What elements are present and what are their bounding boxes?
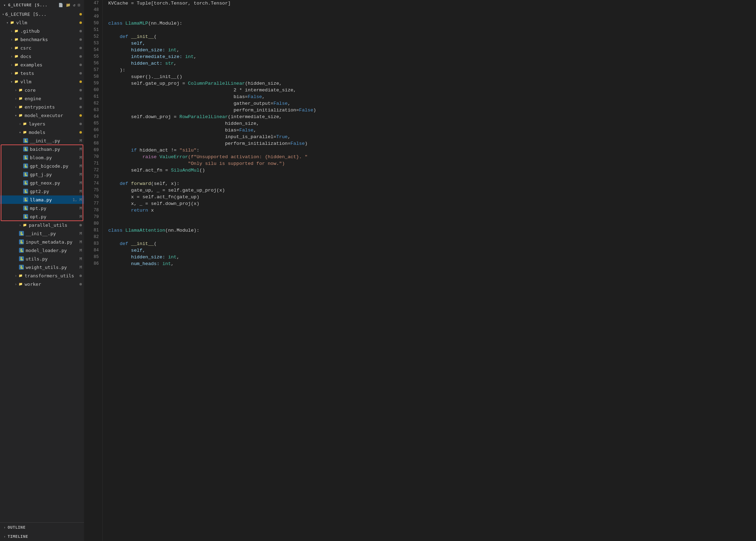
- sidebar-item-layers[interactable]: ›📁layers: [0, 120, 84, 128]
- token: (hidden_size,: [245, 80, 282, 87]
- new-file-icon[interactable]: 📄: [58, 3, 64, 7]
- sidebar-item-llama[interactable]: 🐍llama.py1, M: [0, 195, 84, 204]
- sidebar-item-vllm-root[interactable]: ▾📁vllm: [0, 18, 84, 27]
- modified-dot: [79, 275, 82, 277]
- line-number: 62: [90, 100, 99, 107]
- sidebar-item-parallel_utils[interactable]: ›📁parallel_utils: [0, 221, 84, 229]
- token: self.gate_up_proj =: [108, 80, 188, 87]
- token: False: [299, 107, 314, 114]
- sidebar-item-benchmarks[interactable]: ›📁benchmarks: [0, 35, 84, 44]
- sidebar-item-engine[interactable]: ›📁engine: [0, 94, 84, 103]
- sidebar-item-mpt[interactable]: 🐍mpt.pyM: [0, 204, 84, 212]
- folder-icon: 📁: [14, 28, 19, 33]
- folder-icon: 📁: [22, 121, 27, 126]
- token: 2 * intermediate_size,: [108, 87, 296, 94]
- sidebar-item-docs[interactable]: ›📁docs: [0, 52, 84, 60]
- sidebar-item-tests[interactable]: ›📁tests: [0, 69, 84, 77]
- sidebar-item-worker[interactable]: ›📁worker: [0, 280, 84, 288]
- line-number: 61: [90, 94, 99, 100]
- line-number: 79: [90, 214, 99, 220]
- sidebar-item-label: layers: [29, 121, 45, 127]
- token: ,: [262, 94, 265, 100]
- sidebar-item-__init__py_models[interactable]: 🐍__init__.pyM: [0, 136, 84, 145]
- folder-icon: 📁: [18, 104, 23, 109]
- token: True: [276, 134, 287, 140]
- sidebar-item-entrypoints[interactable]: ›📁entrypoints: [0, 103, 84, 111]
- token: [108, 147, 131, 154]
- token: LlamaMLP: [125, 20, 148, 27]
- sidebar-item-core[interactable]: ›📁core: [0, 86, 84, 94]
- token: raise: [142, 154, 157, 160]
- line-number: 58: [90, 73, 99, 80]
- sidebar-item-weight_utils[interactable]: 🐍weight_utils.pyM: [0, 263, 84, 271]
- modified-badge: M: [79, 240, 82, 244]
- folder-chevron: ›: [11, 71, 13, 75]
- line-number: 66: [90, 127, 99, 134]
- modified-dot: [79, 131, 82, 134]
- sidebar-item-model_loader[interactable]: 🐍model_loader.pyM: [0, 246, 84, 255]
- code-line: KVCache = Tuple[torch.Tensor, torch.Tens…: [108, 0, 756, 7]
- sidebar-item-root[interactable]: ▾6_LECTURE [S...: [0, 10, 84, 18]
- sidebar-item-opt[interactable]: 🐍opt.pyM: [0, 212, 84, 221]
- code-content[interactable]: KVCache = Tuple[torch.Tensor, torch.Tens…: [103, 0, 756, 541]
- timeline-panel[interactable]: › TIMELINE: [0, 532, 84, 541]
- line-number: 85: [90, 254, 99, 260]
- sidebar-item-gpt2[interactable]: 🐍gpt2.pyM: [0, 187, 84, 195]
- token: [108, 180, 119, 187]
- token: ):: [108, 67, 125, 73]
- modified-dot: [79, 72, 82, 75]
- sidebar-item-baichuan[interactable]: 🐍baichuan.pyM: [0, 145, 84, 153]
- token: ,: [253, 127, 256, 134]
- sidebar-item-gpt_bigcode[interactable]: 🐍gpt_bigcode.pyM: [0, 162, 84, 170]
- line-number: 78: [90, 207, 99, 214]
- sidebar-item-label: llama.py: [30, 197, 52, 202]
- sidebar-item-utils[interactable]: 🐍utils.pyM: [0, 255, 84, 263]
- line-number: 54: [90, 47, 99, 53]
- sidebar-item-models[interactable]: ▾📁models: [0, 128, 84, 136]
- line-number: 59: [90, 80, 99, 87]
- sidebar-item-input_metadata[interactable]: 🐍input_metadata.pyM: [0, 238, 84, 246]
- sidebar-item-gpt_neox[interactable]: 🐍gpt_neox.pyM: [0, 179, 84, 187]
- sidebar-item-bloom[interactable]: 🐍bloom.pyM: [0, 153, 84, 162]
- modified-dot: [79, 64, 82, 66]
- token: RowParallelLinear: [180, 114, 228, 120]
- code-line: if hidden_act != "silu":: [108, 147, 756, 154]
- sidebar-item-label: parallel_utils: [29, 223, 67, 228]
- sidebar-item-model_executor[interactable]: ▾📁model_executor: [0, 111, 84, 120]
- folder-icon: 📁: [18, 273, 23, 278]
- folder-chevron: ›: [19, 223, 21, 227]
- token: int: [168, 254, 176, 260]
- line-number: 69: [90, 147, 99, 154]
- token: num_heads:: [108, 260, 162, 267]
- code-line: x, _ = self.down_proj(x): [108, 200, 756, 207]
- line-number: 70: [90, 154, 99, 160]
- outline-panel[interactable]: › OUTLINE: [0, 523, 84, 532]
- new-folder-icon[interactable]: 📁: [66, 3, 71, 7]
- sidebar-item-github[interactable]: ›📁.github: [0, 27, 84, 35]
- token: [108, 160, 188, 167]
- folder-icon: 📁: [14, 62, 19, 67]
- token: KVCache = Tuple[torch.Tensor, torch.Tens…: [108, 0, 231, 7]
- sidebar-item-examples[interactable]: ›📁examples: [0, 60, 84, 69]
- refresh-icon[interactable]: ↺: [73, 3, 76, 7]
- sidebar-item-csrc[interactable]: ›📁csrc: [0, 44, 84, 52]
- sidebar-item-gpt_j[interactable]: 🐍gpt_j.pyM: [0, 170, 84, 179]
- outline-label: OUTLINE: [8, 525, 26, 530]
- collapse-icon[interactable]: ⊟: [78, 3, 80, 7]
- file-icon: 🐍: [23, 172, 28, 177]
- sidebar-item-__init__py_vllm[interactable]: 🐍__init__.pyM: [0, 229, 84, 238]
- modified-badge: M: [79, 189, 82, 194]
- file-icon: 🐍: [23, 206, 28, 211]
- token: def: [119, 240, 131, 247]
- code-line: def forward(self, x):: [108, 180, 756, 187]
- sidebar-item-transformers_utils[interactable]: ›📁transformers_utils: [0, 271, 84, 280]
- folder-chevron: ▾: [15, 114, 17, 117]
- chevron-down-icon: ▾: [4, 3, 6, 7]
- token: self,: [108, 40, 145, 47]
- token: ,: [287, 100, 290, 107]
- line-number: 67: [90, 134, 99, 140]
- sidebar-item-vllm[interactable]: ▾📁vllm: [0, 77, 84, 86]
- line-numbers: 4748495051525354555657585960616263646566…: [84, 0, 103, 541]
- modified-badge: M: [79, 164, 82, 168]
- code-area: 4748495051525354555657585960616263646566…: [84, 0, 756, 541]
